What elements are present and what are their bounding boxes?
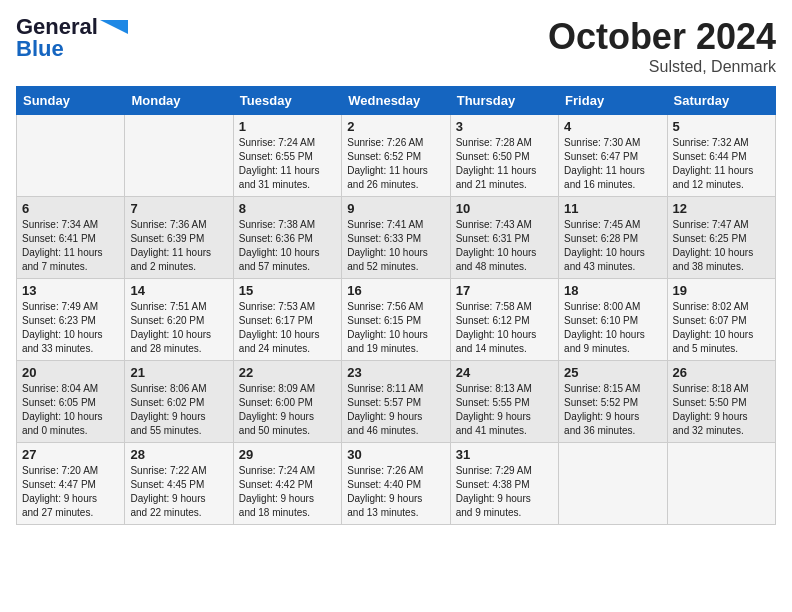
day-number: 18 [564,283,661,298]
calendar-cell [17,115,125,197]
day-number: 9 [347,201,444,216]
day-info: Sunrise: 8:18 AM Sunset: 5:50 PM Dayligh… [673,382,770,438]
day-number: 14 [130,283,227,298]
calendar-cell: 11Sunrise: 7:45 AM Sunset: 6:28 PM Dayli… [559,197,667,279]
day-info: Sunrise: 7:56 AM Sunset: 6:15 PM Dayligh… [347,300,444,356]
location-title: Sulsted, Denmark [548,58,776,76]
day-number: 8 [239,201,336,216]
day-info: Sunrise: 7:45 AM Sunset: 6:28 PM Dayligh… [564,218,661,274]
day-info: Sunrise: 7:28 AM Sunset: 6:50 PM Dayligh… [456,136,553,192]
calendar-cell: 8Sunrise: 7:38 AM Sunset: 6:36 PM Daylig… [233,197,341,279]
day-number: 10 [456,201,553,216]
day-info: Sunrise: 7:20 AM Sunset: 4:47 PM Dayligh… [22,464,119,520]
calendar-cell: 10Sunrise: 7:43 AM Sunset: 6:31 PM Dayli… [450,197,558,279]
day-number: 27 [22,447,119,462]
calendar-cell: 27Sunrise: 7:20 AM Sunset: 4:47 PM Dayli… [17,443,125,525]
day-info: Sunrise: 8:11 AM Sunset: 5:57 PM Dayligh… [347,382,444,438]
day-info: Sunrise: 7:29 AM Sunset: 4:38 PM Dayligh… [456,464,553,520]
day-number: 31 [456,447,553,462]
weekday-header: Monday [125,87,233,115]
weekday-header: Tuesday [233,87,341,115]
logo-arrow-icon [100,20,128,34]
calendar-cell: 22Sunrise: 8:09 AM Sunset: 6:00 PM Dayli… [233,361,341,443]
day-info: Sunrise: 7:47 AM Sunset: 6:25 PM Dayligh… [673,218,770,274]
day-number: 20 [22,365,119,380]
calendar-cell: 3Sunrise: 7:28 AM Sunset: 6:50 PM Daylig… [450,115,558,197]
day-number: 19 [673,283,770,298]
calendar-week-row: 20Sunrise: 8:04 AM Sunset: 6:05 PM Dayli… [17,361,776,443]
day-number: 25 [564,365,661,380]
calendar-cell: 24Sunrise: 8:13 AM Sunset: 5:55 PM Dayli… [450,361,558,443]
calendar-cell: 20Sunrise: 8:04 AM Sunset: 6:05 PM Dayli… [17,361,125,443]
calendar-cell: 6Sunrise: 7:34 AM Sunset: 6:41 PM Daylig… [17,197,125,279]
day-info: Sunrise: 7:36 AM Sunset: 6:39 PM Dayligh… [130,218,227,274]
calendar-cell: 12Sunrise: 7:47 AM Sunset: 6:25 PM Dayli… [667,197,775,279]
day-number: 22 [239,365,336,380]
day-info: Sunrise: 8:02 AM Sunset: 6:07 PM Dayligh… [673,300,770,356]
logo: General Blue [16,16,128,60]
calendar-cell: 5Sunrise: 7:32 AM Sunset: 6:44 PM Daylig… [667,115,775,197]
calendar-week-row: 1Sunrise: 7:24 AM Sunset: 6:55 PM Daylig… [17,115,776,197]
calendar-header: SundayMondayTuesdayWednesdayThursdayFrid… [17,87,776,115]
day-number: 17 [456,283,553,298]
calendar-cell: 13Sunrise: 7:49 AM Sunset: 6:23 PM Dayli… [17,279,125,361]
day-info: Sunrise: 8:00 AM Sunset: 6:10 PM Dayligh… [564,300,661,356]
day-info: Sunrise: 7:53 AM Sunset: 6:17 PM Dayligh… [239,300,336,356]
day-info: Sunrise: 7:30 AM Sunset: 6:47 PM Dayligh… [564,136,661,192]
weekday-header: Sunday [17,87,125,115]
day-number: 6 [22,201,119,216]
day-info: Sunrise: 7:41 AM Sunset: 6:33 PM Dayligh… [347,218,444,274]
day-info: Sunrise: 7:26 AM Sunset: 4:40 PM Dayligh… [347,464,444,520]
calendar-cell: 25Sunrise: 8:15 AM Sunset: 5:52 PM Dayli… [559,361,667,443]
calendar-cell: 28Sunrise: 7:22 AM Sunset: 4:45 PM Dayli… [125,443,233,525]
calendar-cell: 31Sunrise: 7:29 AM Sunset: 4:38 PM Dayli… [450,443,558,525]
day-info: Sunrise: 7:34 AM Sunset: 6:41 PM Dayligh… [22,218,119,274]
day-info: Sunrise: 7:22 AM Sunset: 4:45 PM Dayligh… [130,464,227,520]
day-info: Sunrise: 8:09 AM Sunset: 6:00 PM Dayligh… [239,382,336,438]
calendar-cell: 23Sunrise: 8:11 AM Sunset: 5:57 PM Dayli… [342,361,450,443]
calendar-cell: 14Sunrise: 7:51 AM Sunset: 6:20 PM Dayli… [125,279,233,361]
weekday-header: Saturday [667,87,775,115]
day-number: 26 [673,365,770,380]
svg-marker-0 [100,20,128,34]
calendar-cell: 4Sunrise: 7:30 AM Sunset: 6:47 PM Daylig… [559,115,667,197]
day-info: Sunrise: 7:32 AM Sunset: 6:44 PM Dayligh… [673,136,770,192]
calendar-cell: 30Sunrise: 7:26 AM Sunset: 4:40 PM Dayli… [342,443,450,525]
calendar-cell: 16Sunrise: 7:56 AM Sunset: 6:15 PM Dayli… [342,279,450,361]
calendar-cell: 7Sunrise: 7:36 AM Sunset: 6:39 PM Daylig… [125,197,233,279]
logo-text: General [16,16,128,38]
day-number: 13 [22,283,119,298]
calendar-cell: 1Sunrise: 7:24 AM Sunset: 6:55 PM Daylig… [233,115,341,197]
calendar-cell: 29Sunrise: 7:24 AM Sunset: 4:42 PM Dayli… [233,443,341,525]
calendar-cell [667,443,775,525]
day-number: 29 [239,447,336,462]
header-row: SundayMondayTuesdayWednesdayThursdayFrid… [17,87,776,115]
day-number: 15 [239,283,336,298]
day-info: Sunrise: 7:51 AM Sunset: 6:20 PM Dayligh… [130,300,227,356]
day-info: Sunrise: 7:24 AM Sunset: 4:42 PM Dayligh… [239,464,336,520]
day-number: 24 [456,365,553,380]
weekday-header: Thursday [450,87,558,115]
calendar-table: SundayMondayTuesdayWednesdayThursdayFrid… [16,86,776,525]
day-number: 3 [456,119,553,134]
day-info: Sunrise: 8:04 AM Sunset: 6:05 PM Dayligh… [22,382,119,438]
weekday-header: Friday [559,87,667,115]
day-number: 5 [673,119,770,134]
calendar-cell [125,115,233,197]
day-info: Sunrise: 7:49 AM Sunset: 6:23 PM Dayligh… [22,300,119,356]
calendar-week-row: 27Sunrise: 7:20 AM Sunset: 4:47 PM Dayli… [17,443,776,525]
calendar-cell: 17Sunrise: 7:58 AM Sunset: 6:12 PM Dayli… [450,279,558,361]
day-number: 1 [239,119,336,134]
calendar-cell: 9Sunrise: 7:41 AM Sunset: 6:33 PM Daylig… [342,197,450,279]
calendar-week-row: 6Sunrise: 7:34 AM Sunset: 6:41 PM Daylig… [17,197,776,279]
weekday-header: Wednesday [342,87,450,115]
day-number: 4 [564,119,661,134]
calendar-body: 1Sunrise: 7:24 AM Sunset: 6:55 PM Daylig… [17,115,776,525]
month-title: October 2024 [548,16,776,58]
day-number: 7 [130,201,227,216]
day-info: Sunrise: 7:58 AM Sunset: 6:12 PM Dayligh… [456,300,553,356]
logo-blue: Blue [16,36,64,61]
day-info: Sunrise: 7:38 AM Sunset: 6:36 PM Dayligh… [239,218,336,274]
calendar-cell: 19Sunrise: 8:02 AM Sunset: 6:07 PM Dayli… [667,279,775,361]
calendar-cell [559,443,667,525]
